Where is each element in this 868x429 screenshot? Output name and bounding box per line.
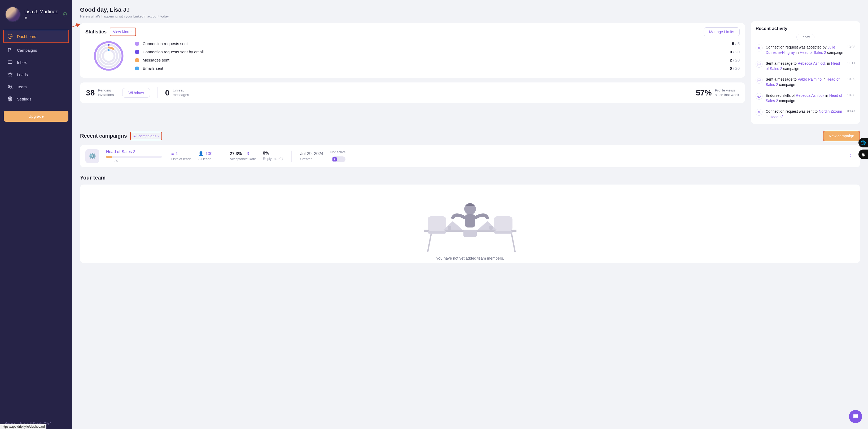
campaign-progress xyxy=(106,156,162,158)
sidebar-item-dashboard[interactable]: Dashboard xyxy=(3,30,69,43)
svg-point-13 xyxy=(758,111,760,113)
statistics-card: Statistics View More › Manage Limits xyxy=(80,23,745,78)
svg-line-15 xyxy=(428,232,432,252)
color-swatch xyxy=(135,42,139,45)
user-icon xyxy=(755,109,763,116)
activity-heading: Recent activity xyxy=(755,26,855,31)
stat-row: Connection requests sent by email 0 / 20 xyxy=(135,50,740,54)
svg-point-8 xyxy=(103,50,115,62)
activity-row: Connection request was accepted by Julie… xyxy=(755,42,855,58)
campaign-toggle[interactable]: ⏸ xyxy=(332,156,345,162)
svg-point-10 xyxy=(108,49,110,51)
progress-total: 89 xyxy=(115,159,118,163)
users-icon xyxy=(7,84,13,89)
counters-card: 38 Pending invitations Withdraw 0 Unread… xyxy=(80,83,745,103)
leads-cell: 👤100 All leads xyxy=(198,151,213,161)
view-more-button[interactable]: View More › xyxy=(110,28,136,36)
color-swatch xyxy=(135,50,139,54)
lists-cell: ≡1 Lists of leads xyxy=(171,151,191,161)
translate-widget-icon[interactable]: 🌐 xyxy=(859,138,868,147)
activity-text: Sent a message to Rebecca Ashlock in Hea… xyxy=(766,61,844,71)
profile-views: 57% Profile views since last week xyxy=(696,88,739,97)
assistant-widget-icon[interactable]: ◉ xyxy=(859,150,868,159)
stat-label: Emails sent xyxy=(143,66,163,70)
campaign-menu-icon[interactable]: ⋮ xyxy=(847,153,855,159)
activity-text: Endorsed skills of Rebecca Ashlock in He… xyxy=(766,93,844,104)
stat-label: Connection requests sent xyxy=(143,41,188,46)
check-icon xyxy=(755,93,763,100)
activity-text: Sent a message to Pablo Palmino in Head … xyxy=(766,76,844,88)
activity-person-link[interactable]: Nordin Zitouni xyxy=(819,109,842,114)
activity-person-link[interactable]: Pablo Palmino xyxy=(798,77,822,82)
campaign-title[interactable]: Head of Sales 2 xyxy=(106,149,164,154)
all-campaigns-button[interactable]: All campaigns › xyxy=(130,132,162,140)
sidebar-item-team[interactable]: Team xyxy=(4,81,68,93)
profile-block: Lisa J. Martinez ▦ xyxy=(4,5,68,29)
avatar[interactable] xyxy=(5,6,21,22)
campaign-row[interactable]: ⚙️ Head of Sales 2 1189 ≡1 Lists of lead… xyxy=(80,145,860,167)
unread-count: 0 xyxy=(165,88,170,97)
profile-name: Lisa J. Martinez xyxy=(24,9,58,15)
campaign-status: Not active xyxy=(330,150,346,154)
team-empty-message: You have not yet added team members. xyxy=(85,256,855,261)
activity-person-link[interactable]: Rebecca Ashlock xyxy=(796,93,824,98)
activity-time: 11:11 xyxy=(847,61,855,71)
chevron-right-icon: › xyxy=(131,30,133,34)
statistics-heading: Statistics xyxy=(85,29,106,35)
sidebar-item-leads[interactable]: Leads xyxy=(4,68,68,81)
stat-row: Emails sent 0 / 20 xyxy=(135,66,740,70)
svg-point-11 xyxy=(758,47,760,48)
new-campaign-button[interactable]: New campaign xyxy=(823,131,860,141)
divider xyxy=(688,87,688,98)
reply-label: Reply rate ⓘ xyxy=(263,156,283,161)
views-label: Profile views since last week xyxy=(715,88,739,97)
activity-time: 10:08 xyxy=(847,93,855,104)
svg-line-16 xyxy=(511,232,515,252)
activity-time: 09:47 xyxy=(847,109,855,120)
chat-bubble-icon[interactable] xyxy=(849,410,862,423)
team-illustration xyxy=(413,192,527,253)
main: Good day, Lisa J.! Here's what's happeni… xyxy=(72,0,868,429)
recent-campaigns-header: Recent campaigns All campaigns › New cam… xyxy=(80,131,860,141)
sidebar: Lisa J. Martinez ▦ Dashboard Campaigns I… xyxy=(0,0,72,429)
svg-point-3 xyxy=(9,98,11,100)
sidebar-item-label: Settings xyxy=(17,97,31,101)
manage-limits-button[interactable]: Manage Limits xyxy=(704,27,740,36)
shield-icon xyxy=(63,12,67,17)
sidebar-item-label: Inbox xyxy=(17,60,27,65)
sidebar-item-settings[interactable]: Settings xyxy=(4,93,68,105)
upgrade-button[interactable]: Upgrade xyxy=(4,111,68,122)
gear-icon xyxy=(7,96,13,101)
activity-time: 10:39 xyxy=(847,76,855,88)
sidebar-item-label: Dashboard xyxy=(17,34,36,39)
all-campaigns-label: All campaigns xyxy=(133,134,156,138)
sidebar-item-label: Campaigns xyxy=(17,48,37,53)
pie-chart-icon xyxy=(7,34,13,39)
page-title: Good day, Lisa J.! xyxy=(80,6,745,13)
svg-point-2 xyxy=(10,86,12,87)
info-icon[interactable]: ⓘ xyxy=(279,157,283,161)
svg-rect-22 xyxy=(465,214,475,227)
activity-campaign-link[interactable]: Head of xyxy=(770,115,783,119)
svg-rect-25 xyxy=(489,226,493,229)
acceptance-rate: 27.3% xyxy=(230,151,242,156)
sidebar-item-inbox[interactable]: Inbox xyxy=(4,56,68,68)
sidebar-item-campaigns[interactable]: Campaigns xyxy=(4,44,68,56)
reply-cell: 0% Reply rate ⓘ xyxy=(263,151,283,161)
svg-rect-17 xyxy=(428,216,446,231)
progress-done: 11 xyxy=(106,159,110,163)
activity-row: Sent a message to Pablo Palmino in Head … xyxy=(755,74,855,90)
activity-person-link[interactable]: Rebecca Ashlock xyxy=(798,61,826,65)
activity-time: 13:03 xyxy=(847,44,855,55)
star-icon xyxy=(7,72,13,77)
withdraw-button[interactable]: Withdraw xyxy=(122,88,150,98)
svg-line-4 xyxy=(72,24,80,32)
chat-icon xyxy=(755,61,763,68)
activity-campaign-link[interactable]: Head of Sales 2 xyxy=(800,50,826,55)
team-empty-card: You have not yet added team members. xyxy=(80,185,860,263)
stat-value: 5 / 5 xyxy=(732,41,740,46)
profile-badge: ▦ xyxy=(24,16,58,20)
divider xyxy=(157,87,158,98)
svg-point-1 xyxy=(8,85,10,86)
message-icon xyxy=(7,60,13,65)
